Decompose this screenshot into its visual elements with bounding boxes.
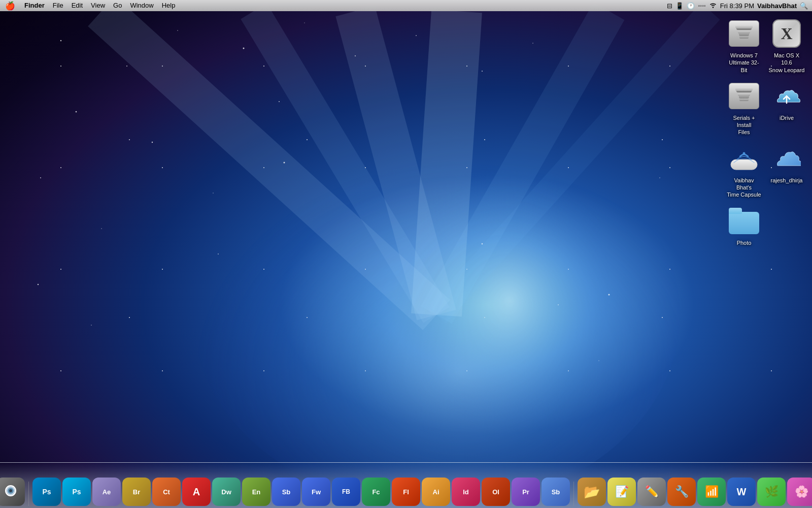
network-icon: 📶 xyxy=(705,485,719,498)
menubar-right: ⊟ 📱 🕐 ◦◦◦◦ Fri 8:39 PM VaibhavBhat 🔍 xyxy=(667,2,812,10)
menubar: 🍎 Finder File Edit View Go Window Help ⊟… xyxy=(0,0,812,11)
spotlight-icon[interactable]: 🔍 xyxy=(800,2,808,10)
svg-point-8 xyxy=(60,40,61,41)
fc-label: Fc xyxy=(372,488,380,496)
svg-point-30 xyxy=(659,177,660,178)
notes-icon: 📝 xyxy=(615,485,629,498)
menu-file[interactable]: File xyxy=(49,0,67,11)
dock-sb[interactable]: Sb xyxy=(272,478,300,506)
dock-tool[interactable]: 🔧 xyxy=(667,478,696,506)
svg-point-25 xyxy=(38,284,39,285)
en-label: En xyxy=(252,488,261,496)
svg-point-9 xyxy=(126,66,127,67)
macosx-icon[interactable]: X Mac OS X 10.6Snow Leopard xyxy=(766,15,807,76)
idrive-icon[interactable]: iDrive xyxy=(766,78,807,138)
desktop: 🍎 Finder File Edit View Go Window Help ⊟… xyxy=(0,0,812,508)
dock-word[interactable]: W xyxy=(727,478,756,506)
tool-icon: 🔧 xyxy=(675,485,689,498)
idrive-label: iDrive xyxy=(780,114,794,121)
svg-point-20 xyxy=(152,142,153,143)
dock-en[interactable]: En xyxy=(242,478,270,506)
finder2-icon: 📂 xyxy=(584,484,600,500)
timecapsule-icon[interactable]: Vaibhav Bhat'sTime Capsule xyxy=(724,140,764,201)
dock-fb[interactable]: FB xyxy=(332,478,360,506)
dock-pr[interactable]: Pr xyxy=(512,478,540,506)
svg-line-3 xyxy=(254,11,436,315)
dock-flash[interactable]: Fl xyxy=(392,478,420,506)
svg-point-1 xyxy=(325,122,609,447)
dock-fw[interactable]: Fw xyxy=(302,478,330,506)
dock-finder2[interactable]: 📂 xyxy=(578,478,606,506)
dock-notes[interactable]: 📝 xyxy=(607,478,636,506)
dock-pink-app[interactable]: 🌸 xyxy=(787,478,812,506)
menu-go[interactable]: Go xyxy=(109,0,126,11)
menu-edit[interactable]: Edit xyxy=(67,0,87,11)
dock-acrobat[interactable]: A xyxy=(182,478,211,506)
svg-point-0 xyxy=(193,122,680,508)
phone-icon[interactable]: 📱 xyxy=(675,2,684,10)
svg-line-2 xyxy=(101,11,436,315)
dw-label: Dw xyxy=(221,488,231,496)
windows7-icon[interactable]: Windows 7Ultimate 32-Bit xyxy=(724,15,764,76)
dock-separator-2 xyxy=(573,482,574,506)
signal-icon[interactable]: ◦◦◦◦ xyxy=(698,3,706,9)
dock-ae[interactable]: Ae xyxy=(92,478,121,506)
dock-ol[interactable]: Ol xyxy=(482,478,510,506)
ai-label: Ai xyxy=(433,488,439,496)
svg-point-21 xyxy=(213,193,213,193)
svg-point-19 xyxy=(101,228,102,229)
menu-finder[interactable]: Finder xyxy=(20,0,49,11)
dock-iphoto[interactable] xyxy=(0,478,25,506)
apple-menu[interactable]: 🍎 xyxy=(0,1,20,11)
wifi-icon[interactable] xyxy=(709,2,717,10)
svg-point-31 xyxy=(598,360,599,361)
serials-icon[interactable]: Serials + InstallFiles xyxy=(724,78,764,138)
dock-green-app[interactable]: 🌿 xyxy=(757,478,786,506)
svg-line-6 xyxy=(436,11,457,315)
menu-window[interactable]: Window xyxy=(126,0,157,11)
pencil-icon: ✏️ xyxy=(645,485,659,498)
id-label: Id xyxy=(463,488,469,496)
dock-id[interactable]: Id xyxy=(452,478,480,506)
dock-ps[interactable]: Ps xyxy=(62,478,91,506)
monitor-icon[interactable]: ⊟ xyxy=(667,2,672,10)
svg-point-26 xyxy=(91,325,92,326)
clock-sync-icon[interactable]: 🕐 xyxy=(687,2,695,10)
svg-point-29 xyxy=(608,294,610,296)
fw-label: Fw xyxy=(312,488,321,496)
photo-icon[interactable]: Photo xyxy=(724,203,764,248)
dock-ct[interactable]: Ct xyxy=(152,478,181,506)
desktop-icons: Windows 7Ultimate 32-Bit X Mac OS X 10.6… xyxy=(724,15,807,248)
dock-bridge[interactable]: Br xyxy=(122,478,151,506)
svg-point-27 xyxy=(482,243,483,245)
menubar-user[interactable]: VaibhavBhat xyxy=(757,2,797,10)
svg-point-18 xyxy=(40,177,41,178)
dock-pencil[interactable]: ✏️ xyxy=(637,478,666,506)
svg-point-22 xyxy=(279,101,280,102)
dock-dw[interactable]: Dw xyxy=(212,478,241,506)
svg-point-13 xyxy=(355,55,356,56)
svg-line-5 xyxy=(436,11,710,315)
svg-point-14 xyxy=(416,35,417,36)
rajesh-icon[interactable]: rajesh_dhirja xyxy=(766,140,807,201)
dock-pse[interactable]: Ps xyxy=(32,478,61,506)
windows7-label: Windows 7Ultimate 32-Bit xyxy=(726,52,762,74)
svg-point-32 xyxy=(713,7,714,8)
svg-point-16 xyxy=(532,43,533,44)
menu-help[interactable]: Help xyxy=(158,0,180,11)
menu-view[interactable]: View xyxy=(87,0,109,11)
dock-ai[interactable]: Ai xyxy=(422,478,450,506)
dock-items: Ps Ps Ae Br Ct xyxy=(0,478,812,506)
menubar-time: Fri 8:39 PM xyxy=(720,2,754,10)
dock-fc[interactable]: Fc xyxy=(362,478,390,506)
dock-sb2[interactable]: Sb xyxy=(542,478,570,506)
svg-point-15 xyxy=(482,71,483,72)
svg-point-10 xyxy=(177,30,178,31)
pse-label: Ps xyxy=(42,488,51,496)
svg-line-4 xyxy=(436,11,609,315)
dock-network[interactable]: 📶 xyxy=(697,478,726,506)
svg-point-24 xyxy=(218,253,219,255)
acrobat-label: A xyxy=(193,486,200,498)
svg-point-12 xyxy=(304,22,304,23)
svg-point-11 xyxy=(243,48,245,49)
